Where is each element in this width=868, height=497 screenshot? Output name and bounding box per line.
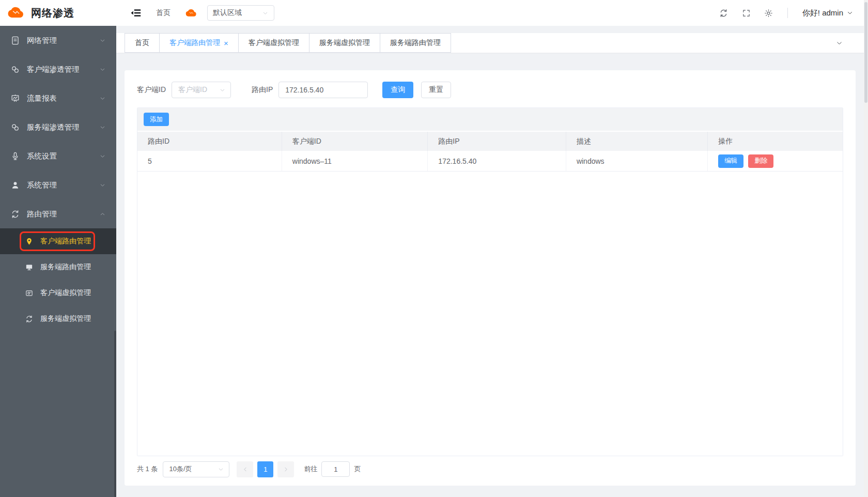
connection-icon: [10, 122, 20, 132]
sidebar-item-network-mgmt[interactable]: 网络管理: [0, 26, 116, 55]
route-ip-input[interactable]: [278, 82, 368, 98]
table-toolbar: 添加: [137, 108, 843, 132]
column-header-actions: 操作: [708, 132, 843, 151]
sidebar-item-traffic-report[interactable]: 流量报表: [0, 84, 116, 113]
sidebar-item-label: 网络管理: [27, 36, 57, 45]
cell-route-ip: 172.16.5.40: [428, 151, 566, 171]
sidebar-item-label: 客户端渗透管理: [27, 65, 80, 74]
tabs-bar: 首页 客户端路由管理 × 客户端虚拟管理 服务端虚拟管理 服务端路由管理: [116, 33, 868, 53]
microphone-icon: [10, 151, 20, 161]
page-size-select[interactable]: 10条/页: [163, 461, 229, 477]
sidebar-item-server-pentest-mgmt[interactable]: 服务端渗透管理: [0, 113, 116, 142]
chevron-down-icon: [262, 10, 269, 17]
page-size-value: 10条/页: [169, 464, 192, 474]
reset-button[interactable]: 重置: [421, 82, 451, 98]
presentation-chart-icon: [10, 94, 20, 103]
sidebar-subitem-server-route-mgmt[interactable]: 服务端路由管理: [0, 254, 116, 280]
chevron-down-icon: [99, 182, 106, 189]
route-ip-label: 路由IP: [252, 85, 273, 95]
header-actions: 你好! admin: [719, 8, 868, 18]
app-logo: 网络渗透: [0, 4, 116, 22]
tab-home[interactable]: 首页: [125, 33, 160, 53]
refresh-icon[interactable]: [719, 8, 729, 18]
chevron-left-icon: [242, 466, 249, 473]
client-id-label: 客户端ID: [137, 85, 166, 95]
column-header-client-id: 客户端ID: [282, 132, 428, 151]
chevron-down-icon: [99, 95, 106, 102]
add-button[interactable]: 添加: [144, 113, 169, 126]
sidebar-item-route-mgmt[interactable]: 路由管理: [0, 199, 116, 228]
user-menu[interactable]: 你好! admin: [802, 8, 854, 18]
sidebar-item-system-settings[interactable]: 系统设置: [0, 142, 116, 170]
refresh-icon: [25, 315, 34, 323]
main-area: 首页 客户端路由管理 × 客户端虚拟管理 服务端虚拟管理 服务端路由管理 客户端…: [116, 26, 868, 497]
connection-icon: [10, 65, 20, 74]
edit-button[interactable]: 编辑: [718, 154, 743, 168]
table-empty-area: [137, 172, 843, 456]
sidebar: 网络管理 客户端渗透管理 流量报表 服务端渗透管理 系统设置: [0, 26, 116, 497]
divider: [787, 8, 788, 18]
content-card: 客户端ID 客户端ID 路由IP 查询 重置: [125, 70, 856, 486]
fullscreen-icon[interactable]: [742, 9, 751, 18]
tabs-overflow-chevron[interactable]: [835, 33, 843, 53]
chevron-down-icon: [219, 87, 226, 94]
client-id-select-placeholder: 客户端ID: [178, 85, 207, 95]
chevron-down-icon: [99, 66, 106, 73]
region-select-value: 默认区域: [213, 8, 242, 18]
sidebar-subitem-label: 客户端虚拟管理: [40, 288, 91, 298]
next-page-button[interactable]: [277, 461, 294, 477]
pagination-total: 共 1 条: [137, 464, 158, 474]
table-row: 5 windows–11 172.16.5.40 windows 编辑 删除: [137, 151, 843, 172]
tab-close-icon[interactable]: ×: [224, 39, 228, 47]
sidebar-item-label: 系统设置: [27, 151, 57, 161]
region-select[interactable]: 默认区域: [207, 5, 274, 21]
user-greeting: 你好! admin: [802, 8, 843, 18]
chevron-down-icon: [218, 466, 224, 473]
refresh-icon: [10, 209, 20, 219]
monitor-icon: [25, 263, 34, 272]
page-number-button[interactable]: 1: [257, 461, 273, 477]
chevron-down-icon: [835, 39, 843, 47]
goto-page-input[interactable]: [321, 461, 350, 477]
sidebar-item-label: 服务端渗透管理: [27, 122, 80, 132]
filter-bar: 客户端ID 客户端ID 路由IP 查询 重置: [137, 82, 843, 98]
sidebar-item-label: 系统管理: [27, 180, 57, 190]
id-card-icon: [25, 289, 34, 298]
table-container: 添加 路由ID 客户端ID 路由IP 描述 操作 5 windows–11: [137, 107, 843, 456]
prev-page-button[interactable]: [237, 461, 253, 477]
theme-sun-icon[interactable]: [764, 9, 773, 18]
delete-button[interactable]: 删除: [748, 154, 773, 168]
chevron-down-icon: [99, 37, 106, 44]
client-id-select[interactable]: 客户端ID: [172, 82, 231, 98]
page-unit-label: 页: [354, 464, 361, 474]
cloud-logo-icon: [5, 4, 26, 22]
app-title: 网络渗透: [31, 6, 74, 20]
tab-server-virtual-mgmt[interactable]: 服务端虚拟管理: [309, 33, 380, 53]
sidebar-subitem-client-virtual-mgmt[interactable]: 客户端虚拟管理: [0, 280, 116, 306]
sidebar-item-client-pentest-mgmt[interactable]: 客户端渗透管理: [0, 55, 116, 84]
chevron-right-icon: [283, 466, 289, 473]
sidebar-subitem-label: 服务端虚拟管理: [40, 314, 91, 323]
sidebar-subitem-label: 客户端路由管理: [40, 237, 91, 246]
cell-description: windows: [566, 151, 708, 171]
tab-client-route-mgmt[interactable]: 客户端路由管理 ×: [159, 33, 239, 53]
sidebar-subitem-label: 服务端路由管理: [40, 262, 91, 272]
search-button[interactable]: 查询: [382, 82, 413, 98]
sidebar-subitem-server-virtual-mgmt[interactable]: 服务端虚拟管理: [0, 306, 116, 332]
table-header-row: 路由ID 客户端ID 路由IP 描述 操作: [137, 132, 843, 151]
tab-client-virtual-mgmt[interactable]: 客户端虚拟管理: [238, 33, 309, 53]
chevron-down-icon: [846, 9, 854, 17]
pagination-bar: 共 1 条 10条/页 1 前往: [137, 461, 843, 477]
sidebar-collapse-icon[interactable]: [129, 7, 143, 19]
goto-label: 前往: [304, 464, 317, 474]
chevron-down-icon: [99, 124, 106, 131]
tab-server-route-mgmt[interactable]: 服务端路由管理: [380, 33, 451, 53]
window-scrollbar-thumb[interactable]: [864, 2, 867, 103]
chevron-down-icon: [99, 153, 106, 160]
top-header: 网络渗透 首页 默认区域: [0, 0, 868, 26]
breadcrumb[interactable]: 首页: [156, 8, 171, 18]
cell-route-id: 5: [137, 151, 282, 171]
sidebar-item-label: 流量报表: [27, 94, 57, 103]
sidebar-subitem-client-route-mgmt[interactable]: 客户端路由管理: [0, 228, 116, 254]
sidebar-item-system-mgmt[interactable]: 系统管理: [0, 170, 116, 199]
